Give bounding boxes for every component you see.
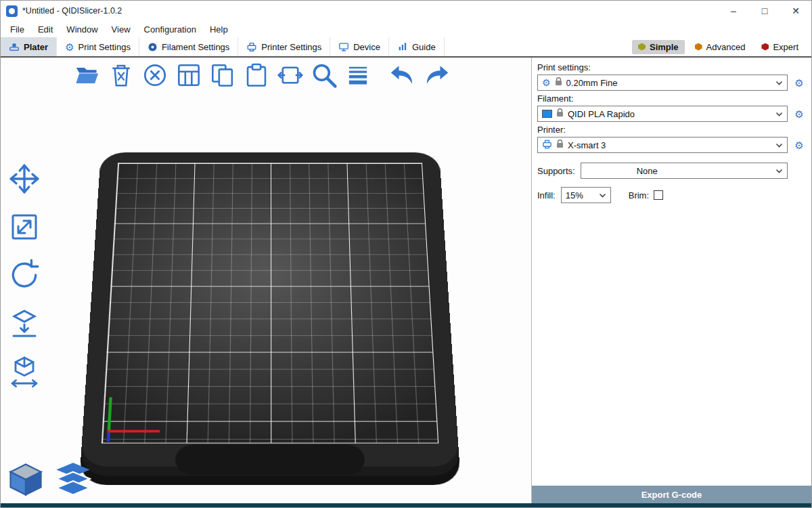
variable-layer-height-icon[interactable]: [343, 60, 372, 89]
menubar: File Edit Window View Configuration Help: [1, 21, 811, 37]
close-button[interactable]: ✕: [780, 1, 811, 21]
search-icon[interactable]: [309, 60, 338, 89]
window-controls: – □ ✕: [718, 1, 811, 21]
brim-checkbox[interactable]: [654, 190, 663, 200]
mode-label: Advanced: [706, 42, 746, 52]
axis-z-indicator: [107, 433, 110, 442]
filament-gear-button[interactable]: ⚙: [792, 109, 806, 119]
app-logo-icon: [6, 5, 18, 17]
tab-filament-settings[interactable]: Filament Settings: [139, 37, 238, 56]
filament-value: QIDI PLA Rapido: [568, 109, 771, 119]
tab-label: Printer Settings: [261, 42, 321, 52]
move-icon[interactable]: [5, 159, 44, 198]
tab-plater[interactable]: Plater: [1, 37, 57, 56]
chevron-down-icon: [775, 169, 783, 173]
filament-icon: [148, 42, 158, 52]
undo-icon[interactable]: [388, 60, 417, 89]
copy-icon[interactable]: [208, 60, 237, 89]
sidebar-content: Print settings: ⚙ 0.20mm Fine ⚙ Filament…: [532, 58, 811, 486]
device-icon: [338, 41, 349, 52]
printer-gear-button[interactable]: ⚙: [792, 140, 806, 150]
printer-value: X-smart 3: [568, 140, 771, 150]
menu-edit[interactable]: Edit: [31, 24, 60, 35]
mode-expert[interactable]: Expert: [755, 40, 805, 54]
minimize-button[interactable]: –: [718, 1, 749, 21]
mode-simple[interactable]: Simple: [632, 40, 685, 54]
print-settings-label: Print settings:: [537, 62, 806, 72]
supports-value: None: [585, 166, 771, 176]
tab-guide[interactable]: Guide: [389, 37, 445, 56]
infill-combo[interactable]: 15%: [561, 187, 611, 203]
lock-icon: [556, 108, 564, 120]
print-settings-icon: ⚙: [65, 42, 74, 52]
print-settings-row: ⚙ 0.20mm Fine ⚙: [537, 75, 806, 91]
bed-handle: [175, 444, 365, 474]
size-icon[interactable]: [5, 352, 44, 391]
rotate-icon[interactable]: [5, 255, 44, 295]
app-window: *Untitled - QIDISlicer-1.0.2 – □ ✕ File …: [0, 0, 812, 508]
printer-combo[interactable]: X-smart 3: [537, 137, 788, 153]
menu-file[interactable]: File: [3, 24, 31, 35]
maximize-button[interactable]: □: [749, 1, 780, 21]
export-gcode-button[interactable]: Export G-code: [532, 486, 811, 503]
mode-advanced[interactable]: Advanced: [689, 40, 752, 54]
layers-view-icon[interactable]: [53, 460, 93, 499]
infill-value: 15%: [566, 190, 595, 200]
left-toolbar: [5, 159, 44, 391]
brim-label: Brim:: [629, 190, 649, 200]
tab-device[interactable]: Device: [330, 37, 389, 56]
chevron-down-icon: [599, 193, 606, 198]
view-toggles: [6, 460, 93, 499]
bed-plate: [81, 152, 460, 467]
delete-icon[interactable]: [106, 60, 135, 89]
tabbar: Plater ⚙ Print Settings Filament Setting…: [1, 37, 811, 58]
simple-mode-icon: [638, 43, 646, 51]
printer-label: Printer:: [537, 125, 806, 135]
print-settings-value: 0.20mm Fine: [566, 78, 771, 88]
delete-all-icon[interactable]: [140, 60, 169, 89]
supports-combo[interactable]: None: [581, 163, 788, 179]
open-folder-icon[interactable]: [72, 60, 102, 89]
print-settings-gear-button[interactable]: ⚙: [792, 78, 806, 88]
filament-color-swatch: [542, 110, 552, 118]
menu-configuration[interactable]: Configuration: [137, 24, 203, 35]
lock-icon: [556, 139, 564, 151]
chevron-down-icon: [775, 112, 783, 117]
place-on-face-icon[interactable]: [5, 303, 44, 343]
chevron-down-icon: [775, 81, 783, 85]
plater-icon: [9, 41, 20, 52]
tab-print-settings[interactable]: ⚙ Print Settings: [57, 37, 139, 56]
titlebar: *Untitled - QIDISlicer-1.0.2 – □ ✕: [1, 1, 811, 21]
filament-row: QIDI PLA Rapido ⚙: [537, 106, 806, 122]
redo-icon[interactable]: [422, 60, 451, 89]
mode-switcher: Simple Advanced Expert: [632, 37, 811, 56]
infill-row: Infill: 15% Brim:: [537, 187, 806, 203]
print-bed: [74, 152, 466, 503]
filament-combo[interactable]: QIDI PLA Rapido: [537, 106, 788, 122]
arrange-icon[interactable]: [174, 60, 203, 89]
split-icon[interactable]: [275, 60, 304, 89]
menu-help[interactable]: Help: [203, 24, 235, 35]
supports-row: Supports: None: [537, 163, 806, 179]
preset-gear-icon: ⚙: [542, 78, 551, 87]
main-area: Print settings: ⚙ 0.20mm Fine ⚙ Filament…: [1, 58, 811, 503]
lock-icon: [555, 77, 562, 89]
tab-label: Print Settings: [78, 42, 131, 52]
infill-label: Infill:: [537, 190, 556, 200]
bed-grid: [102, 163, 438, 443]
viewport-3d[interactable]: [1, 58, 531, 503]
view-3d-icon[interactable]: [6, 460, 45, 499]
supports-label: Supports:: [537, 166, 575, 176]
paste-icon[interactable]: [242, 60, 271, 89]
tab-label: Device: [353, 42, 380, 52]
print-settings-combo[interactable]: ⚙ 0.20mm Fine: [537, 75, 788, 91]
advanced-mode-icon: [695, 43, 702, 51]
menu-view[interactable]: View: [105, 24, 137, 35]
window-title: *Untitled - QIDISlicer-1.0.2: [22, 6, 122, 16]
mode-label: Simple: [650, 42, 679, 52]
menu-window[interactable]: Window: [60, 24, 104, 35]
tab-printer-settings[interactable]: Printer Settings: [238, 37, 330, 56]
scale-icon[interactable]: [5, 207, 44, 247]
status-strip: [1, 503, 811, 507]
axis-x-indicator: [107, 430, 160, 433]
